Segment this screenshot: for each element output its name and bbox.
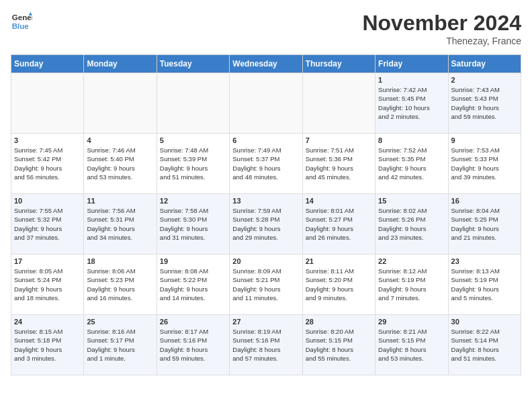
cell-info: Sunrise: 7:52 AM Sunset: 5:35 PM Dayligh… <box>378 146 445 181</box>
calendar-cell: 16Sunrise: 8:04 AM Sunset: 5:25 PM Dayli… <box>448 194 521 255</box>
calendar-cell <box>11 73 84 134</box>
calendar-cell: 1Sunrise: 7:42 AM Sunset: 5:45 PM Daylig… <box>375 73 448 134</box>
day-number: 1 <box>378 76 445 84</box>
day-number: 25 <box>87 318 153 326</box>
calendar-cell: 9Sunrise: 7:53 AM Sunset: 5:33 PM Daylig… <box>448 134 521 194</box>
calendar-cell: 5Sunrise: 7:48 AM Sunset: 5:39 PM Daylig… <box>157 134 229 194</box>
day-number: 20 <box>232 257 299 265</box>
cell-info: Sunrise: 8:04 AM Sunset: 5:25 PM Dayligh… <box>451 206 518 242</box>
svg-text:Blue: Blue <box>12 22 30 30</box>
day-number: 8 <box>378 136 445 144</box>
calendar-cell: 13Sunrise: 7:59 AM Sunset: 5:28 PM Dayli… <box>230 194 302 255</box>
col-header-wednesday: Wednesday <box>230 55 302 73</box>
day-number: 4 <box>87 136 153 144</box>
calendar-cell: 10Sunrise: 7:55 AM Sunset: 5:32 PM Dayli… <box>11 194 84 255</box>
day-number: 26 <box>160 318 226 326</box>
day-number: 17 <box>14 257 81 265</box>
calendar-cell: 8Sunrise: 7:52 AM Sunset: 5:35 PM Daylig… <box>375 134 448 194</box>
day-number: 12 <box>160 197 226 205</box>
calendar-cell: 29Sunrise: 8:21 AM Sunset: 5:15 PM Dayli… <box>375 315 448 375</box>
cell-info: Sunrise: 8:06 AM Sunset: 5:23 PM Dayligh… <box>87 267 153 302</box>
day-number: 3 <box>14 136 81 144</box>
calendar-cell: 28Sunrise: 8:20 AM Sunset: 5:15 PM Dayli… <box>302 315 375 375</box>
calendar-cell <box>302 73 375 134</box>
cell-info: Sunrise: 7:43 AM Sunset: 5:43 PM Dayligh… <box>451 85 518 121</box>
cell-info: Sunrise: 8:12 AM Sunset: 5:19 PM Dayligh… <box>378 267 445 302</box>
cell-info: Sunrise: 7:53 AM Sunset: 5:33 PM Dayligh… <box>451 146 518 181</box>
cell-info: Sunrise: 8:05 AM Sunset: 5:24 PM Dayligh… <box>14 267 81 302</box>
calendar-cell: 23Sunrise: 8:13 AM Sunset: 5:19 PM Dayli… <box>448 255 521 315</box>
calendar-table: SundayMondayTuesdayWednesdayThursdayFrid… <box>11 54 521 375</box>
cell-info: Sunrise: 7:59 AM Sunset: 5:28 PM Dayligh… <box>232 206 299 242</box>
cell-info: Sunrise: 8:19 AM Sunset: 5:16 PM Dayligh… <box>232 327 299 363</box>
cell-info: Sunrise: 7:46 AM Sunset: 5:40 PM Dayligh… <box>87 146 153 181</box>
cell-info: Sunrise: 7:51 AM Sunset: 5:36 PM Dayligh… <box>306 146 372 181</box>
logo-icon: General Blue <box>11 11 32 32</box>
day-number: 5 <box>160 136 226 144</box>
day-number: 13 <box>232 197 299 205</box>
calendar-cell: 21Sunrise: 8:11 AM Sunset: 5:20 PM Dayli… <box>302 255 375 315</box>
cell-info: Sunrise: 7:58 AM Sunset: 5:30 PM Dayligh… <box>160 206 226 242</box>
cell-info: Sunrise: 8:09 AM Sunset: 5:21 PM Dayligh… <box>232 267 299 302</box>
day-number: 22 <box>378 257 445 265</box>
day-number: 30 <box>451 318 518 326</box>
cell-info: Sunrise: 8:20 AM Sunset: 5:15 PM Dayligh… <box>306 327 372 363</box>
calendar-cell: 27Sunrise: 8:19 AM Sunset: 5:16 PM Dayli… <box>230 315 302 375</box>
day-number: 2 <box>451 76 518 84</box>
col-header-thursday: Thursday <box>302 55 375 73</box>
cell-info: Sunrise: 7:55 AM Sunset: 5:32 PM Dayligh… <box>14 206 81 242</box>
day-number: 9 <box>451 136 518 144</box>
day-number: 21 <box>306 257 372 265</box>
calendar-cell: 20Sunrise: 8:09 AM Sunset: 5:21 PM Dayli… <box>230 255 302 315</box>
calendar-cell: 7Sunrise: 7:51 AM Sunset: 5:36 PM Daylig… <box>302 134 375 194</box>
calendar-cell: 18Sunrise: 8:06 AM Sunset: 5:23 PM Dayli… <box>84 255 157 315</box>
calendar-week-row: 24Sunrise: 8:15 AM Sunset: 5:18 PM Dayli… <box>11 315 521 375</box>
day-number: 23 <box>451 257 518 265</box>
calendar-cell: 22Sunrise: 8:12 AM Sunset: 5:19 PM Dayli… <box>375 255 448 315</box>
day-number: 7 <box>306 136 372 144</box>
calendar-cell: 24Sunrise: 8:15 AM Sunset: 5:18 PM Dayli… <box>11 315 84 375</box>
col-header-monday: Monday <box>84 55 157 73</box>
day-number: 28 <box>306 318 372 326</box>
day-number: 10 <box>14 197 81 205</box>
calendar-cell: 4Sunrise: 7:46 AM Sunset: 5:40 PM Daylig… <box>84 134 157 194</box>
cell-info: Sunrise: 7:48 AM Sunset: 5:39 PM Dayligh… <box>160 146 226 181</box>
cell-info: Sunrise: 7:42 AM Sunset: 5:45 PM Dayligh… <box>378 85 445 121</box>
calendar-cell: 30Sunrise: 8:22 AM Sunset: 5:14 PM Dayli… <box>448 315 521 375</box>
cell-info: Sunrise: 8:22 AM Sunset: 5:14 PM Dayligh… <box>451 327 518 363</box>
col-header-sunday: Sunday <box>11 55 84 73</box>
cell-info: Sunrise: 8:11 AM Sunset: 5:20 PM Dayligh… <box>306 267 372 302</box>
calendar-cell: 25Sunrise: 8:16 AM Sunset: 5:17 PM Dayli… <box>84 315 157 375</box>
day-number: 14 <box>306 197 372 205</box>
calendar-header-row: SundayMondayTuesdayWednesdayThursdayFrid… <box>11 55 521 73</box>
calendar-cell: 15Sunrise: 8:02 AM Sunset: 5:26 PM Dayli… <box>375 194 448 255</box>
cell-info: Sunrise: 8:08 AM Sunset: 5:22 PM Dayligh… <box>160 267 226 302</box>
calendar-cell: 2Sunrise: 7:43 AM Sunset: 5:43 PM Daylig… <box>448 73 521 134</box>
col-header-tuesday: Tuesday <box>157 55 229 73</box>
day-number: 15 <box>378 197 445 205</box>
calendar-cell: 11Sunrise: 7:56 AM Sunset: 5:31 PM Dayli… <box>84 194 157 255</box>
cell-info: Sunrise: 8:13 AM Sunset: 5:19 PM Dayligh… <box>451 267 518 302</box>
calendar-body: 1Sunrise: 7:42 AM Sunset: 5:45 PM Daylig… <box>11 73 521 375</box>
calendar-week-row: 1Sunrise: 7:42 AM Sunset: 5:45 PM Daylig… <box>11 73 521 134</box>
calendar-cell: 3Sunrise: 7:45 AM Sunset: 5:42 PM Daylig… <box>11 134 84 194</box>
col-header-saturday: Saturday <box>448 55 521 73</box>
cell-info: Sunrise: 7:45 AM Sunset: 5:42 PM Dayligh… <box>14 146 81 181</box>
title-block: November 2024 Thenezay, France <box>362 11 521 46</box>
calendar-cell: 19Sunrise: 8:08 AM Sunset: 5:22 PM Dayli… <box>157 255 229 315</box>
cell-info: Sunrise: 7:56 AM Sunset: 5:31 PM Dayligh… <box>87 206 153 242</box>
cell-info: Sunrise: 8:02 AM Sunset: 5:26 PM Dayligh… <box>378 206 445 242</box>
calendar-cell: 17Sunrise: 8:05 AM Sunset: 5:24 PM Dayli… <box>11 255 84 315</box>
cell-info: Sunrise: 8:15 AM Sunset: 5:18 PM Dayligh… <box>14 327 81 363</box>
cell-info: Sunrise: 8:17 AM Sunset: 5:16 PM Dayligh… <box>160 327 226 363</box>
calendar-week-row: 17Sunrise: 8:05 AM Sunset: 5:24 PM Dayli… <box>11 255 521 315</box>
col-header-friday: Friday <box>375 55 448 73</box>
day-number: 24 <box>14 318 81 326</box>
day-number: 27 <box>232 318 299 326</box>
calendar-cell: 14Sunrise: 8:01 AM Sunset: 5:27 PM Dayli… <box>302 194 375 255</box>
cell-info: Sunrise: 8:16 AM Sunset: 5:17 PM Dayligh… <box>87 327 153 363</box>
page-header: General Blue November 2024 Thenezay, Fra… <box>11 11 521 46</box>
calendar-week-row: 3Sunrise: 7:45 AM Sunset: 5:42 PM Daylig… <box>11 134 521 194</box>
location-subtitle: Thenezay, France <box>362 36 521 46</box>
cell-info: Sunrise: 8:01 AM Sunset: 5:27 PM Dayligh… <box>306 206 372 242</box>
